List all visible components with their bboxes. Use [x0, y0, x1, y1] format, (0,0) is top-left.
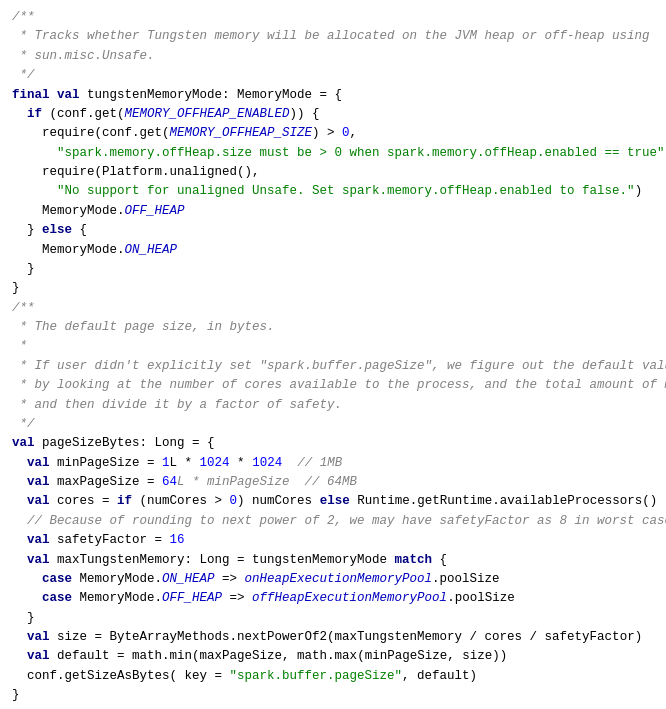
comment-text: // 1MB	[282, 456, 342, 470]
plain-text: (),	[237, 165, 260, 179]
plain-text: MemoryMode.	[72, 572, 162, 586]
keyword-token: val	[57, 88, 87, 102]
code-line: "spark.memory.offHeap.size must be > 0 w…	[12, 144, 654, 163]
plain-text	[12, 456, 27, 470]
reference-token: OFF_HEAP	[125, 204, 185, 218]
code-line: case MemoryMode.ON_HEAP => onHeapExecuti…	[12, 570, 654, 589]
comment-text: // Because of rounding to next power of …	[12, 514, 666, 528]
plain-text: =>	[222, 591, 252, 605]
code-line: val size = ByteArrayMethods.nextPowerOf2…	[12, 628, 654, 647]
reference-token: offHeapExecutionMemoryPool	[252, 591, 447, 605]
plain-text: ) numCores	[237, 494, 320, 508]
plain-text: MemoryMode.	[12, 204, 125, 218]
reference-token: ON_HEAP	[125, 243, 178, 257]
method-call: require	[42, 126, 95, 140]
code-line: val minPageSize = 1L * 1024 * 1024 // 1M…	[12, 454, 654, 473]
plain-text: }	[12, 281, 20, 295]
code-line: * Tracks whether Tungsten memory will be…	[12, 27, 654, 46]
code-line: /**	[12, 299, 654, 318]
plain-text: )	[635, 184, 643, 198]
code-line: * by looking at the number of cores avai…	[12, 376, 654, 395]
code-line: val safetyFactor = 16	[12, 531, 654, 550]
plain-text: {	[72, 223, 87, 237]
number-literal: 16	[170, 533, 185, 547]
comment-text: * Tracks whether Tungsten memory will be…	[12, 29, 650, 43]
plain-text: default = math.	[57, 649, 170, 663]
plain-text: MemoryMode.	[72, 591, 162, 605]
reference-token: MEMORY_OFFHEAP_ENABLED	[125, 107, 290, 121]
code-view: /** * Tracks whether Tungsten memory wil…	[0, 0, 666, 709]
string-literal: "spark.buffer.pageSize"	[230, 669, 403, 683]
code-line: /**	[12, 706, 654, 710]
string-literal: "spark.memory.offHeap.size must be > 0 w…	[57, 146, 665, 160]
code-line: /**	[12, 8, 654, 27]
plain-text: tungstenMemoryMode	[87, 88, 222, 102]
keyword-token: else	[42, 223, 72, 237]
comment-text: /**	[12, 301, 35, 315]
plain-text	[12, 184, 57, 198]
code-line: } else {	[12, 221, 654, 240]
plain-text: *	[230, 456, 253, 470]
keyword-token: final	[12, 88, 57, 102]
plain-text: : MemoryMode = {	[222, 88, 342, 102]
reference-token: OFF_HEAP	[162, 591, 222, 605]
number-literal: 0	[342, 126, 350, 140]
method-call: max	[335, 649, 358, 663]
code-line: * If user didn't explicitly set "spark.b…	[12, 357, 654, 376]
plain-text	[12, 126, 42, 140]
plain-text: safetyFactor =	[57, 533, 170, 547]
code-line: val maxPageSize = 64L * minPageSize // 6…	[12, 473, 654, 492]
string-literal: "No support for unaligned Unsafe. Set sp…	[57, 184, 635, 198]
plain-text: maxPageSize =	[57, 475, 162, 489]
keyword-token: val	[27, 533, 57, 547]
plain-text: }	[12, 611, 35, 625]
comment-text: * by looking at the number of cores avai…	[12, 378, 666, 392]
code-line: * and then divide it by a factor of safe…	[12, 396, 654, 415]
code-line: // Because of rounding to next power of …	[12, 512, 654, 531]
plain-text: =>	[215, 572, 245, 586]
plain-text: }	[12, 262, 35, 276]
plain-text: L *	[170, 456, 200, 470]
plain-text: ()	[642, 494, 657, 508]
code-line: "No support for unaligned Unsafe. Set sp…	[12, 182, 654, 201]
keyword-token: else	[320, 494, 350, 508]
comment-text: L * minPageSize // 64MB	[177, 475, 357, 489]
keyword-token: val	[27, 630, 57, 644]
code-line: MemoryMode.OFF_HEAP	[12, 202, 654, 221]
comment-text: /**	[12, 10, 35, 24]
method-call: min	[170, 649, 193, 663]
plain-text: pageSizeBytes	[42, 436, 140, 450]
keyword-token: val	[27, 475, 57, 489]
keyword-token: val	[27, 649, 57, 663]
code-line: */	[12, 66, 654, 85]
plain-text: ( key =	[170, 669, 230, 683]
reference-token: ON_HEAP	[162, 572, 215, 586]
plain-text: (maxTungstenMemory / cores / safetyFacto…	[327, 630, 642, 644]
keyword-token: val	[27, 553, 57, 567]
plain-text: maxTungstenMemory: Long = tungstenMemory…	[57, 553, 395, 567]
plain-text: .poolSize	[432, 572, 500, 586]
plain-text: (Platform.	[95, 165, 170, 179]
method-call: unaligned	[170, 165, 238, 179]
plain-text: (numCores >	[132, 494, 230, 508]
code-line: * The default page size, in bytes.	[12, 318, 654, 337]
plain-text	[12, 107, 27, 121]
plain-text: conf.	[12, 669, 65, 683]
reference-token: onHeapExecutionMemoryPool	[245, 572, 433, 586]
plain-text: (conf.get(	[42, 107, 125, 121]
keyword-token: case	[42, 572, 72, 586]
plain-text: }	[12, 688, 20, 702]
plain-text: minPageSize =	[57, 456, 162, 470]
plain-text	[12, 475, 27, 489]
method-call: availableProcessors	[500, 494, 643, 508]
plain-text	[12, 572, 42, 586]
plain-text	[12, 533, 27, 547]
plain-text: : Long = {	[140, 436, 215, 450]
method-call: getSizeAsBytes	[65, 669, 170, 683]
comment-text: * The default page size, in bytes.	[12, 320, 275, 334]
comment-text: */	[12, 68, 35, 82]
comment-text: * sun.misc.Unsafe.	[12, 49, 155, 63]
code-line: * sun.misc.Unsafe.	[12, 47, 654, 66]
code-line: }	[12, 609, 654, 628]
number-literal: 1024	[252, 456, 282, 470]
